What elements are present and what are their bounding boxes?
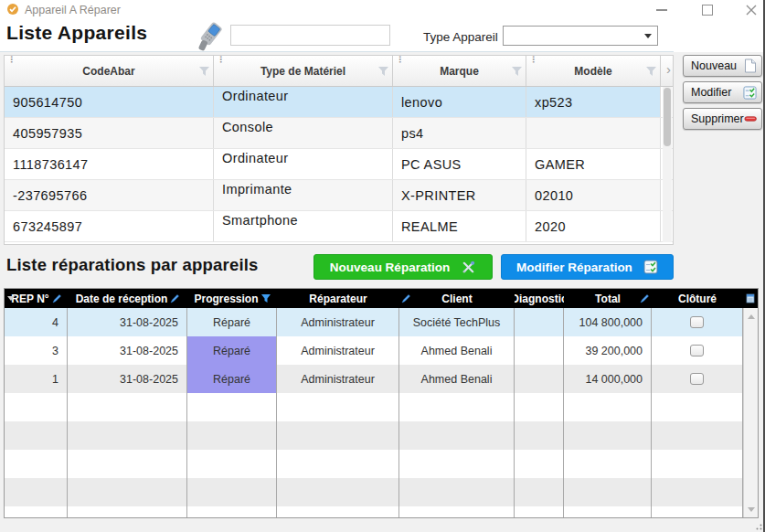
cell-cloture (652, 308, 743, 336)
cell-type: Ordinateur (214, 87, 393, 117)
column-label: Modèle (574, 65, 611, 78)
table-row[interactable]: 1 31-08-2025 Réparé Administrateur Ahmed… (5, 365, 743, 393)
chevron-down-icon[interactable] (639, 34, 657, 38)
section-divider (0, 51, 674, 52)
tools-icon (461, 260, 476, 275)
column-header-progression[interactable]: Progression (187, 289, 277, 308)
column-header-date-reception[interactable]: Date de réception (68, 289, 187, 308)
type-appareil-label: Type Appareil (423, 30, 498, 44)
barcode-search-input[interactable] (230, 25, 390, 46)
appareils-table: ⋮ CodeAbar ⋮ Type de Matériel ⋮ Marque ⋮… (4, 55, 674, 245)
cell-date: 31-08-2025 (68, 365, 187, 393)
cell-codeabar: 1118736147 (5, 149, 214, 179)
column-header-diagnostic[interactable]: Diagnostic (515, 289, 564, 308)
column-header-modele[interactable]: ⋮ Modèle (526, 56, 661, 86)
reparations-table-header: REP N° Date de réception Progression Rép… (5, 289, 758, 308)
empty-row[interactable] (5, 506, 743, 517)
cell-diagnostic (515, 308, 564, 336)
edit-pen-icon (401, 294, 410, 303)
new-document-icon (743, 59, 757, 73)
table-row[interactable]: 3 31-08-2025 Réparé Administrateur Ahmed… (5, 336, 743, 365)
empty-row[interactable] (5, 478, 743, 506)
column-header-marque[interactable]: ⋮ Marque (393, 56, 526, 86)
supprimer-button-label: Supprimer (691, 112, 744, 125)
maximize-button[interactable] (694, 2, 721, 18)
minimize-icon (656, 9, 667, 11)
table-row[interactable]: 4 31-08-2025 Réparé Administrateur Socié… (5, 308, 743, 336)
nouveau-reparation-button[interactable]: Nouveau Réparation (313, 254, 493, 280)
cloture-checkbox[interactable] (690, 316, 704, 328)
column-header-client[interactable]: Client (399, 289, 515, 308)
cell-progression: Réparé (187, 336, 277, 365)
column-label: Total (595, 293, 621, 305)
cell-modele: 02010 (526, 180, 661, 210)
table-row[interactable]: 905614750 Ordinateur lenovo xp523 (5, 87, 673, 118)
reparations-scrollbar[interactable] (743, 308, 758, 517)
column-chooser[interactable] (743, 289, 758, 308)
cell-date: 31-08-2025 (68, 308, 187, 336)
reparations-table: REP N° Date de réception Progression Rép… (4, 288, 759, 518)
filter-icon[interactable] (512, 67, 522, 76)
cell-progression: Réparé (187, 308, 277, 336)
filter-icon[interactable] (646, 67, 656, 76)
edit-checklist-icon (643, 260, 658, 274)
app-window: Appareil A Réparer Liste Appareils Type … (0, 0, 765, 532)
column-header-rep-no[interactable]: REP N° (5, 289, 68, 308)
edit-pen-icon (52, 294, 61, 303)
cell-marque: lenovo (393, 87, 526, 117)
cell-cloture (652, 336, 743, 365)
table-row[interactable]: 673245897 Smartphone REALME 2020 (5, 211, 673, 242)
scroll-down-button[interactable] (744, 504, 758, 515)
column-header-reparateur[interactable]: Réparateur (277, 289, 399, 308)
scrollbar-thumb[interactable] (664, 88, 671, 146)
column-header-total[interactable]: Total (564, 289, 652, 308)
scroll-up-icon (748, 314, 755, 319)
cell-codeabar: 673245897 (5, 211, 214, 241)
supprimer-button[interactable]: Supprimer (683, 108, 762, 130)
drag-handle-icon: ⋮ (217, 56, 225, 64)
close-icon (746, 5, 757, 16)
column-header-codeabar[interactable]: ⋮ CodeAbar (5, 56, 214, 86)
corner-filter-icon[interactable] (7, 296, 15, 301)
appareils-scrollbar[interactable] (663, 87, 672, 242)
empty-row[interactable] (5, 421, 743, 450)
cloture-checkbox[interactable] (690, 345, 704, 356)
edit-pen-icon (170, 294, 179, 303)
cell-reparateur: Administrateur (277, 336, 399, 365)
cell-marque: REALME (393, 211, 526, 241)
filter-icon[interactable] (199, 67, 209, 76)
column-label: Progression (194, 293, 258, 305)
scroll-up-button[interactable] (744, 311, 758, 322)
type-appareil-select[interactable] (503, 26, 658, 46)
column-header-type[interactable]: ⋮ Type de Matériel (214, 56, 393, 86)
cell-type: Imprimante (214, 180, 393, 210)
table-row[interactable]: 1118736147 Ordinateur PC ASUS GAMER (5, 149, 673, 180)
cell-rep-no: 1 (5, 365, 68, 393)
empty-row[interactable] (5, 393, 743, 421)
modifier-reparation-button[interactable]: Modifier Réparation (501, 254, 674, 280)
cell-client: Société TechPlus (399, 308, 515, 336)
table-row[interactable]: 405957935 Console ps4 (5, 118, 673, 149)
scroll-down-icon (748, 507, 755, 512)
nouveau-button-label: Nouveau (691, 59, 737, 72)
filter-icon[interactable] (378, 67, 388, 76)
column-header-cloture[interactable]: Clôturé (652, 289, 743, 308)
cell-type: Ordinateur (214, 149, 393, 179)
empty-row[interactable] (5, 450, 743, 478)
modifier-button[interactable]: Modifier (683, 81, 762, 103)
header-overflow-icon[interactable]: › (666, 62, 671, 76)
window-title: Appareil A Réparer (25, 4, 121, 16)
minimize-button[interactable] (648, 2, 675, 18)
cell-codeabar: -237695766 (5, 180, 214, 210)
column-label: Type de Matériel (260, 65, 345, 78)
resize-grip-icon[interactable] (754, 522, 762, 530)
column-label: Client (441, 293, 472, 305)
table-row[interactable]: -237695766 Imprimante X-PRINTER 02010 (5, 180, 673, 211)
cloture-checkbox[interactable] (690, 373, 704, 385)
drag-handle-icon: ⋮ (7, 56, 16, 64)
cell-codeabar: 405957935 (5, 118, 214, 148)
close-button[interactable] (738, 2, 765, 18)
filter-active-icon[interactable] (261, 294, 271, 303)
nouveau-button[interactable]: Nouveau (683, 55, 762, 77)
cell-cloture (652, 365, 743, 393)
